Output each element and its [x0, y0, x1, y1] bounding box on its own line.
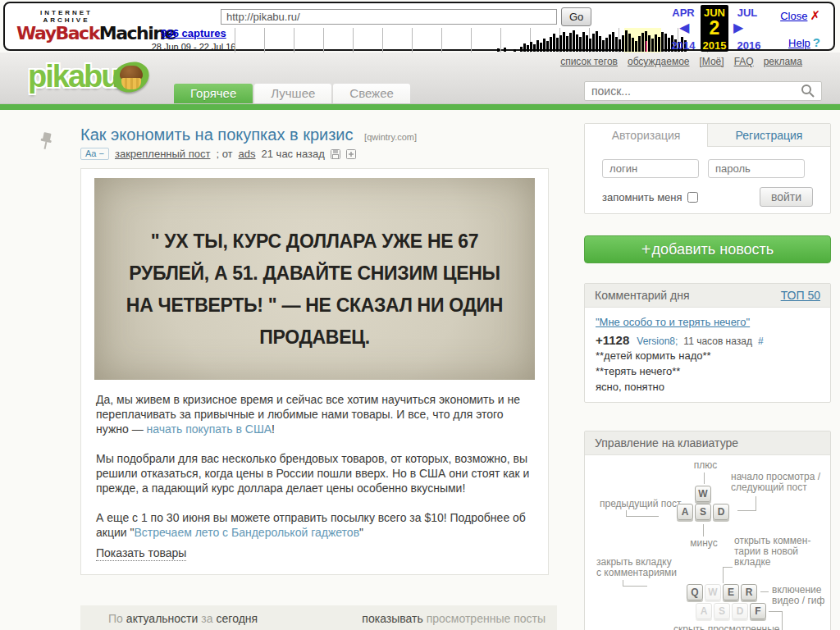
save-icon[interactable]: [331, 149, 340, 159]
pinned-post-link[interactable]: закрепленный пост: [115, 148, 211, 160]
shop-usa-link[interactable]: начать покупать в США: [147, 422, 272, 436]
post-title-link[interactable]: Как экономить на покупках в кризис: [80, 126, 354, 144]
histogram-bar: [497, 48, 500, 52]
search-input[interactable]: [585, 84, 800, 98]
key-r: R: [741, 584, 757, 600]
post-title: Как экономить на покупках в кризис [qwin…: [80, 126, 417, 144]
help-link[interactable]: Help: [788, 37, 810, 49]
header-nav-link[interactable]: FAQ: [734, 56, 754, 67]
post-author-link[interactable]: ads: [239, 148, 256, 160]
histogram-bar: [576, 34, 578, 52]
label-open-comments: открыть коммен- тарии в новой вкладке: [734, 536, 810, 568]
show-label[interactable]: показывать: [362, 612, 422, 625]
font-size-toggle[interactable]: Aa −: [80, 148, 109, 160]
viewed-posts-link[interactable]: просмотренные посты: [427, 612, 546, 625]
meme-line: РУБЛЕЙ, А 51. ДАВАЙТЕ СНИЗИМ ЦЕНЫ: [109, 258, 520, 290]
comment-quote-link[interactable]: "Мне особо то и терять нечего": [596, 316, 750, 328]
pikabu-logo[interactable]: pikabu: [28, 59, 118, 94]
histogram-bar: [533, 44, 536, 52]
plus-icon[interactable]: [346, 149, 356, 159]
year-next[interactable]: 2016: [732, 39, 766, 52]
histogram-bar: [553, 34, 555, 52]
label-next-post: начало просмотра / следующий пост: [731, 472, 820, 493]
viewed-filter: показыватьпросмотренные посты: [362, 612, 549, 630]
histogram-bar: [602, 40, 605, 52]
search-icon[interactable]: [800, 83, 816, 99]
comment-score: +1128: [596, 333, 629, 347]
header-nav: список теговобсуждаемое[Моё]FAQреклама: [550, 56, 802, 67]
login-button[interactable]: войти: [760, 187, 813, 207]
histogram-bar: [612, 32, 614, 52]
header-nav-link[interactable]: [Моё]: [699, 56, 724, 67]
remember-me-checkbox[interactable]: [687, 192, 698, 203]
header-nav-link[interactable]: реклама: [764, 56, 802, 67]
auth-tabs: Авторизация Регистрация: [585, 124, 830, 147]
keyboard-controls-header: Управление на клавиатуре: [585, 431, 830, 455]
comment-meta: +1128 Version8; 11 часов назад #: [596, 333, 819, 347]
histogram-bar: [556, 38, 559, 52]
timeline-current-marker: [646, 41, 647, 52]
comment-of-day-header: Комментарий дня ТОП 50: [585, 284, 830, 308]
key-s2: S: [714, 603, 730, 619]
search-box: [584, 81, 822, 101]
histogram-bar: [563, 32, 565, 52]
add-news-button[interactable]: + добавить новость: [584, 235, 831, 263]
histogram-bar: [651, 39, 654, 52]
histogram-bar: [625, 30, 628, 52]
comment-permalink[interactable]: #: [758, 336, 764, 347]
auth-body: запомнить меня войти: [585, 147, 830, 207]
next-capture-arrow-icon[interactable]: ▶: [733, 20, 743, 35]
tab-registration[interactable]: Регистрация: [707, 124, 830, 147]
histogram-bar: [658, 37, 660, 52]
key-a: A: [677, 504, 693, 520]
label-hide-viewed: скрыть просмотренные: [673, 624, 780, 630]
keyboard-controls-widget: Управление на клавиатуре плюс W начало п…: [584, 431, 831, 630]
feed-filter-bar: Поактуальностизасегодня показыватьпросмо…: [80, 605, 557, 630]
top50-link[interactable]: ТОП 50: [781, 289, 820, 302]
go-button[interactable]: Go: [561, 7, 591, 26]
period-today-link[interactable]: сегодня: [217, 612, 258, 625]
wayback-machine-logo: WayBackMachine: [16, 24, 116, 43]
prev-capture-arrow-icon[interactable]: ◀: [679, 20, 689, 35]
login-field[interactable]: [602, 159, 699, 178]
header-nav-link[interactable]: обсуждаемое: [628, 56, 690, 67]
close-link[interactable]: Close: [780, 10, 807, 22]
key-w2: W: [705, 584, 721, 600]
auth-widget: Авторизация Регистрация запомнить меня в…: [584, 123, 831, 214]
captures-link[interactable]: 936 captures: [161, 27, 226, 39]
tab-item[interactable]: Свежее: [333, 84, 410, 103]
key-f: F: [750, 603, 766, 619]
close-x-icon[interactable]: ✗: [810, 8, 820, 22]
comment-user-link[interactable]: Version8;: [637, 336, 678, 347]
histogram-bar: [559, 35, 562, 52]
post-source: [qwintry.com]: [364, 132, 417, 142]
tab-authorization[interactable]: Авторизация: [585, 124, 707, 147]
post-image[interactable]: " УХ ТЫ, КУРС ДОЛЛАРА УЖЕ НЕ 67РУБЛЕЙ, А…: [94, 178, 535, 380]
site-header: pikabu список теговобсуждаемое[Моё]FAQре…: [0, 52, 840, 104]
show-goods-toggle[interactable]: Показать товары: [96, 546, 186, 561]
tab-hot-active[interactable]: Горячее: [174, 84, 253, 103]
wayback-url-input[interactable]: [221, 9, 557, 25]
wayback-timeline[interactable]: [235, 28, 715, 52]
password-field[interactable]: [708, 159, 805, 178]
month-next[interactable]: JUL: [732, 7, 763, 19]
sort-relevance-link[interactable]: актуальности: [126, 612, 198, 625]
key-q: Q: [687, 584, 703, 600]
post-time: 21 час назад: [262, 148, 325, 160]
meme-line: НА ЧЕТВЕРТЬ! " — НЕ СКАЗАЛ НИ ОДИН: [109, 290, 520, 322]
histogram-bar: [514, 49, 516, 52]
meta-separator: ; от: [216, 148, 232, 160]
meme-line: " УХ ТЫ, КУРС ДОЛЛАРА УЖЕ НЕ 67: [109, 226, 520, 258]
histogram-bar: [566, 36, 568, 52]
tab-item[interactable]: Лучшее: [254, 84, 331, 103]
pinned-post-icon: [39, 131, 54, 151]
header-nav-link[interactable]: список тегов: [560, 56, 618, 67]
comment-of-day-widget: Комментарий дня ТОП 50 "Мне особо то и т…: [584, 283, 831, 403]
help-question-icon[interactable]: ?: [813, 35, 820, 49]
label-close-comments-tab: закрыть вкладку с комментариями: [596, 557, 677, 578]
histogram-bar: [523, 43, 526, 52]
year-prev[interactable]: 2014: [666, 39, 701, 52]
month-prev[interactable]: APR: [668, 7, 699, 19]
promo-link[interactable]: Встречаем лето с Бандеролькой гаджетов: [134, 526, 359, 539]
histogram-bar: [599, 36, 601, 52]
